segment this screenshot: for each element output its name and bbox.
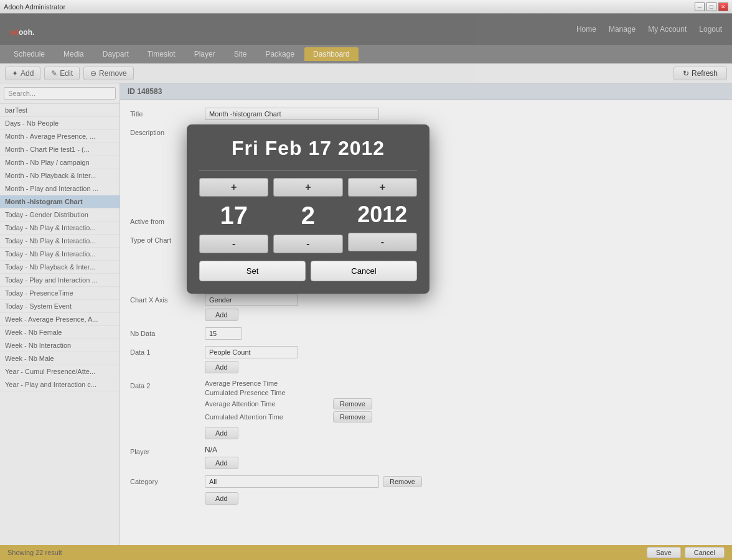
date-dialog: Fri Feb 17 2012 + 17 - + 2 - + 2012 - Se…	[187, 124, 429, 294]
day-increment-button[interactable]: +	[199, 178, 268, 197]
dialog-date-title: Fri Feb 17 2012	[199, 137, 417, 160]
window-title: Adooh Administrator	[4, 3, 65, 11]
month-increment-button[interactable]: +	[273, 178, 342, 197]
month-spinner: + 2 -	[273, 178, 342, 253]
maximize-button[interactable]: □	[706, 2, 716, 11]
day-spinner: + 17 -	[199, 178, 268, 253]
dialog-divider	[199, 170, 417, 170]
dialog-spinners: + 17 - + 2 - + 2012 -	[199, 178, 417, 253]
title-bar: Adooh Administrator ─ □ ✕	[0, 0, 732, 14]
minimize-button[interactable]: ─	[695, 2, 705, 11]
month-decrement-button[interactable]: -	[273, 235, 342, 253]
dialog-set-button[interactable]: Set	[199, 261, 306, 281]
year-increment-button[interactable]: +	[348, 178, 417, 197]
dialog-cancel-button[interactable]: Cancel	[311, 261, 417, 281]
year-decrement-button[interactable]: -	[348, 233, 417, 251]
month-value: 2	[283, 197, 333, 235]
day-decrement-button[interactable]: -	[199, 235, 268, 253]
dialog-actions: Set Cancel	[199, 261, 417, 281]
close-button[interactable]: ✕	[718, 2, 728, 11]
year-spinner: + 2012 -	[348, 178, 417, 253]
year-value: 2012	[357, 197, 407, 233]
day-value: 17	[209, 197, 259, 235]
window-controls: ─ □ ✕	[695, 2, 728, 11]
